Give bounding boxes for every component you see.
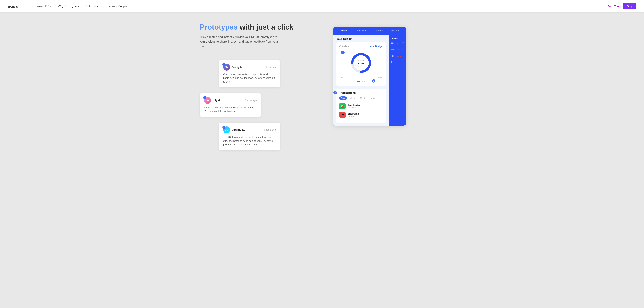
comment-card-1: JM 1 Jenny M. 1 day ago Great work, we c…	[219, 60, 280, 87]
app-nav: Home Transactions Wallet Support	[334, 27, 406, 35]
app-left-pane: Your Budget Overview Add Budget 1	[334, 35, 389, 126]
page: Prototypes with just a click Click a but…	[0, 0, 644, 308]
avatar-wrap-1: JM 1	[223, 64, 230, 70]
nav-actions: Free Trial Buy	[607, 3, 636, 9]
tab-day[interactable]: Day	[339, 96, 347, 100]
app-dual-pane: Your Budget Overview Add Budget 1	[334, 35, 406, 126]
percent-right: 100%	[377, 77, 382, 79]
badge-3-indicator: 3	[222, 126, 226, 129]
desc-text: Click a button and instantly publish you…	[200, 35, 277, 38]
nav-enterprise[interactable]: Enterprise ▾	[83, 3, 104, 9]
navbar: axure Axure RP ▾ Why Prototype ▾ Enterpr…	[0, 0, 644, 12]
hero-heading: Prototypes with just a click	[200, 23, 318, 32]
left-column: Prototypes with just a click Click a but…	[200, 23, 318, 150]
dot-3[interactable]	[364, 81, 365, 82]
comment-header-3: JC 3 Jeremy C. 4 hours ago	[223, 126, 276, 133]
budget-badge-1: 1	[341, 51, 344, 54]
gas-station-icon: ⛽	[339, 103, 346, 109]
donut-svg: Budget On Track 6 days remaining	[350, 51, 372, 74]
transaction-tabs: Day Week Month Year	[339, 96, 383, 100]
pagination-dots: 2	[339, 81, 383, 83]
badge-2-indicator: 2	[203, 96, 206, 99]
comment-user-3: JC 3 Jeremy C.	[223, 126, 245, 133]
buy-button[interactable]: Buy	[622, 3, 636, 9]
tab-month[interactable]: Month	[358, 96, 368, 100]
transactions-title: Transactions	[339, 91, 383, 94]
dot-1[interactable]	[357, 81, 360, 82]
comment-card-2: LG 2 Lily G. 2 hours ago I added an erro…	[200, 93, 261, 117]
comment-user-1: JM 1 Jenny M.	[223, 64, 243, 70]
app-nav-home[interactable]: Home	[340, 29, 347, 32]
pagination-badge: 2	[372, 79, 376, 83]
comment-user-2: LG 2 Lily G.	[204, 97, 221, 104]
transactions-section: 3 Transactions Day Week Month Year ⛽	[336, 89, 386, 123]
avatar-wrap-3: JC 3	[223, 126, 230, 133]
transactions-badge: 3	[334, 91, 337, 94]
nav-axure-rp[interactable]: Axure RP ▾	[34, 3, 54, 9]
right-column: Home Transactions Wallet Support Your Bu…	[334, 23, 410, 150]
gas-station-name: Gas Station	[348, 104, 361, 106]
avatar-wrap-2: LG 2	[204, 97, 211, 104]
your-budget-title: Your Budget	[336, 37, 352, 40]
chart-line-svg-1	[397, 41, 404, 45]
comment-text-3: The UX team added all of the user flows …	[223, 135, 276, 146]
donut-chart: 1 Budget On Track 6 days remaining	[339, 50, 383, 76]
transaction-item-1: ⛽ Gas Station Tuesday	[339, 103, 383, 109]
history-chart: 3,00 2,00	[391, 41, 404, 63]
app-right-pane: Details 3,00 2,00	[389, 35, 406, 126]
app-nav-transactions[interactable]: Transactions	[355, 29, 368, 32]
free-trial-button[interactable]: Free Trial	[607, 4, 620, 8]
comment-header-1: JM 1 Jenny M. 1 day ago	[223, 64, 276, 70]
budget-row-header: Your Budget	[336, 37, 386, 42]
budget-card: Overview Add Budget 1	[336, 42, 386, 86]
logo[interactable]: axure	[8, 3, 27, 9]
chart-line-svg-3	[397, 54, 404, 58]
comment-header-2: LG 2 Lily G. 2 hours ago	[204, 97, 257, 104]
svg-text:6 days remaining: 6 days remaining	[356, 65, 367, 67]
comments-area: JM 1 Jenny M. 1 day ago Great work, we c…	[200, 60, 318, 150]
history-val-4: 0	[391, 61, 396, 63]
hero-description: Click a button and instantly publish you…	[200, 35, 280, 48]
history-line-1: 3,00	[391, 41, 404, 45]
commenter-name-2: Lily G.	[213, 99, 221, 102]
heading-purple: Prototypes	[200, 23, 238, 31]
gas-station-info: Gas Station Tuesday	[348, 104, 361, 109]
badge-1: 1	[222, 63, 226, 66]
svg-text:axure: axure	[8, 4, 18, 8]
app-nav-wallet[interactable]: Wallet	[376, 29, 383, 32]
budget-overview-label: Overview	[339, 45, 349, 48]
history-val-2: 2,00	[391, 49, 396, 51]
budget-card-header: Overview Add Budget	[339, 45, 383, 48]
nav-links: Axure RP ▾ Why Prototype ▾ Enterprise ▾ …	[34, 3, 607, 9]
shopping-day: Monday	[348, 115, 359, 117]
shopping-info: Shopping Monday	[348, 112, 359, 117]
history-val-3: 1,00	[391, 55, 396, 57]
comment-card-3: JC 3 Jeremy C. 4 hours ago The UX team a…	[219, 123, 280, 150]
history-line-2: 2,00	[391, 48, 404, 51]
comment-time-2: 2 hours ago	[245, 99, 257, 102]
comment-text-1: Great work, we can test this prototype w…	[223, 72, 276, 84]
add-budget-button[interactable]: Add Budget	[370, 45, 383, 48]
commenter-name-1: Jenny M.	[232, 66, 243, 69]
comment-time-3: 4 hours ago	[264, 129, 276, 131]
transaction-item-2: 🛍 Shopping Monday	[339, 112, 383, 118]
history-line-3: 1,00	[391, 54, 404, 58]
shopping-icon: 🛍	[339, 112, 346, 118]
shopping-name: Shopping	[348, 112, 359, 115]
axure-cloud-link[interactable]: Axure Cloud	[200, 40, 216, 43]
dot-2[interactable]	[362, 81, 363, 82]
history-line-4: 0	[391, 61, 404, 63]
app-nav-support[interactable]: Support	[391, 29, 399, 32]
nav-learn-support[interactable]: Learn & Support ▾	[105, 3, 133, 9]
commenter-name-3: Jeremy C.	[232, 128, 245, 131]
donut-percent-row: 0% 100%	[339, 76, 383, 79]
svg-text:Budget: Budget	[358, 60, 364, 62]
chart-line-svg-2	[397, 48, 404, 51]
history-val-1: 3,00	[391, 42, 396, 44]
nav-why-prototype[interactable]: Why Prototype ▾	[55, 3, 82, 9]
history-details-label: Details	[391, 37, 404, 40]
tab-year[interactable]: Year	[369, 96, 377, 100]
heading-dark: with just a click	[238, 23, 293, 31]
comment-time-1: 1 day ago	[266, 66, 276, 68]
tab-week[interactable]: Week	[348, 96, 357, 100]
